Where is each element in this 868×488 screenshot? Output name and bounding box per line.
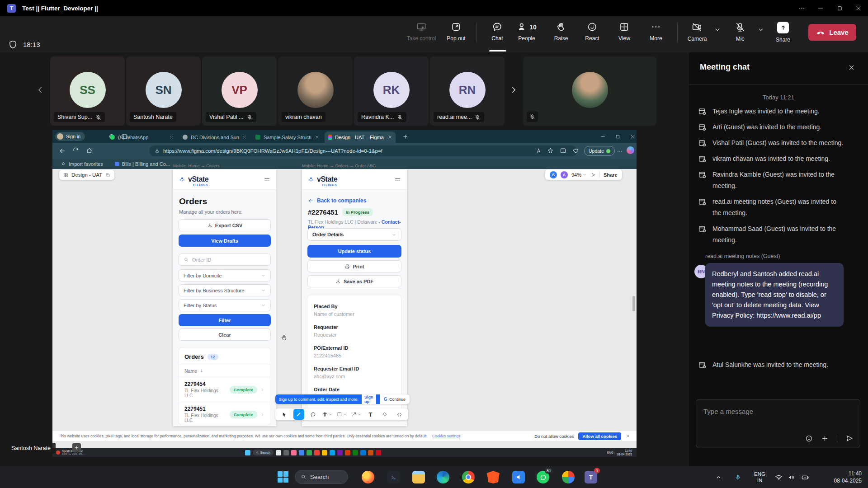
view-button[interactable]: View [618, 22, 630, 42]
clear-button[interactable]: Clear [179, 328, 271, 341]
taskbar-search[interactable]: Search [295, 470, 348, 484]
pen-tool-icon[interactable] [293, 409, 304, 420]
participant-tile[interactable]: SN Santosh Narate [126, 56, 201, 126]
filter-business-structure-dropdown[interactable]: Filter by Business Structure [179, 284, 271, 296]
browser-tab[interactable]: Sample Salary Structure with calc [252, 131, 323, 143]
participant-tile[interactable] [523, 56, 656, 126]
presenter-app-icon[interactable] [376, 450, 381, 455]
presenter-app-icon[interactable] [368, 450, 373, 455]
order-row[interactable]: 2279451 TL Flex Holdings LLC Complete [179, 402, 271, 425]
order-id-search-input[interactable]: Order ID [179, 253, 271, 266]
favorites-star-icon[interactable] [547, 147, 554, 154]
google-app-icon[interactable] [562, 471, 575, 483]
import-favorites-button[interactable]: Import favorites [61, 161, 103, 167]
name-column-header[interactable]: Name [179, 365, 271, 377]
chat-input-box[interactable]: Type a message [696, 399, 860, 448]
vscode-icon[interactable] [512, 471, 525, 483]
presenter-app-icon[interactable] [330, 450, 335, 455]
presenter-app-icon[interactable] [291, 450, 297, 455]
mic-button[interactable]: Mic [735, 22, 745, 42]
google-continue-button[interactable]: G Continue [380, 394, 410, 404]
presenter-app-icon[interactable] [322, 450, 327, 455]
copilot-icon[interactable] [627, 146, 634, 154]
split-screen-icon[interactable] [560, 147, 566, 154]
url-bar[interactable]: https://www.figma.com/design/9BKQ0FOHRWa… [149, 145, 577, 156]
window-close-button[interactable] [849, 0, 868, 16]
component-tool-icon[interactable] [379, 409, 390, 420]
view-drafts-button[interactable]: View Drafts [179, 235, 271, 247]
presenter-app-icon[interactable] [353, 450, 358, 455]
update-status-button[interactable]: Update status [307, 245, 401, 258]
order-row[interactable]: 2279454 TL Flex Holdings LLC Complete [179, 377, 271, 402]
participant-tile[interactable]: RK Ravindra K... [354, 56, 429, 126]
hamburger-menu-icon[interactable] [264, 176, 270, 183]
participant-tile[interactable]: vikram chavan [278, 56, 353, 126]
emoji-icon[interactable] [805, 435, 813, 442]
tab-close-icon[interactable] [388, 135, 392, 139]
leave-button[interactable]: Leave [808, 24, 856, 41]
participant-tile[interactable]: RN read.ai mee... [430, 56, 505, 126]
presenter-lang[interactable]: ENG [607, 451, 613, 454]
camera-button[interactable]: Camera [688, 22, 707, 42]
figma-share-button[interactable]: Share [604, 172, 618, 178]
terminal-app-icon[interactable] [387, 471, 400, 483]
connector-tool-icon[interactable] [351, 409, 362, 420]
code-tool-icon[interactable] [394, 409, 405, 420]
presenter-app-icon[interactable] [307, 450, 312, 455]
signup-button[interactable]: Sign up [362, 394, 376, 404]
whatsapp-icon[interactable]: 81 [537, 471, 549, 483]
home-icon[interactable] [86, 147, 93, 154]
presenter-app-icon[interactable] [283, 450, 289, 455]
move-tool-icon[interactable] [279, 409, 290, 420]
figma-file-pill[interactable]: Design - UAT [59, 170, 114, 180]
zoom-level-dropdown[interactable]: 94% [571, 172, 587, 178]
cookie-settings-link[interactable]: Cookies settings [432, 434, 460, 438]
more-button[interactable]: More [650, 22, 662, 42]
window-more-icon[interactable] [792, 0, 811, 16]
share-button[interactable]: Share [776, 22, 790, 43]
browser-tab-active[interactable]: Design - UAT – Figma [325, 131, 396, 143]
copy-link-icon[interactable] [105, 173, 110, 178]
tray-clock[interactable]: 11:4008-04-2025 [824, 466, 862, 488]
tray-mic-icon[interactable] [734, 466, 741, 488]
window-maximize-button[interactable] [830, 0, 849, 16]
print-button[interactable]: Print [307, 260, 401, 272]
tab-close-icon[interactable] [315, 135, 319, 139]
text-tool-icon[interactable]: T [365, 409, 376, 420]
browser-update-button[interactable]: Update [584, 146, 615, 156]
browser-essentials-icon[interactable] [572, 147, 579, 154]
chrome-icon[interactable] [462, 471, 475, 483]
presenter-clock[interactable]: 11:40 08-04-2025 [617, 449, 632, 456]
file-explorer-icon[interactable] [412, 471, 425, 483]
teams-icon[interactable]: T 1 [585, 471, 597, 483]
allow-cookies-button[interactable]: Allow all cookies [578, 432, 621, 440]
presenter-app-icon[interactable] [276, 450, 281, 455]
attach-plus-icon[interactable] [821, 435, 829, 442]
tab-close-icon[interactable] [170, 135, 174, 139]
refresh-icon[interactable] [72, 147, 79, 154]
chat-button[interactable]: Chat [491, 22, 503, 42]
raise-hand-button[interactable]: Raise [554, 22, 568, 42]
bookmark-item[interactable]: Bills | Billing and Co... [115, 161, 170, 167]
gallery-next-icon[interactable] [509, 85, 519, 95]
edge-icon[interactable] [437, 471, 449, 483]
camera-options-chevron-icon[interactable] [714, 26, 721, 33]
figma-frame-orders[interactable]: vStateFILINGS Orders Manage all your ord… [173, 169, 276, 426]
cookie-banner-close-icon[interactable] [626, 434, 630, 438]
presenter-app-icon[interactable] [314, 450, 320, 455]
collaborator-avatar[interactable]: A [561, 171, 568, 178]
participant-tile[interactable]: SS Shivani Sup... [50, 56, 125, 126]
mic-options-chevron-icon[interactable] [758, 26, 764, 33]
browser-tab[interactable]: DC Divisions and Surroundings [179, 131, 250, 143]
tray-volume-icon[interactable] [788, 466, 795, 488]
participant-tile[interactable]: VP Vishal Patil ... [202, 56, 277, 126]
brave-icon[interactable] [487, 471, 500, 483]
frame-tool-icon[interactable] [322, 409, 333, 420]
start-button[interactable] [278, 471, 289, 483]
deny-cookies-link[interactable]: Do not allow cookies [534, 434, 574, 439]
back-to-companies-link[interactable]: Back to companies [308, 197, 366, 204]
tray-battery-icon[interactable] [801, 466, 810, 488]
hamburger-menu-icon[interactable] [394, 176, 401, 183]
order-details-dropdown[interactable]: Order Details [307, 228, 401, 241]
back-icon[interactable] [59, 147, 66, 155]
